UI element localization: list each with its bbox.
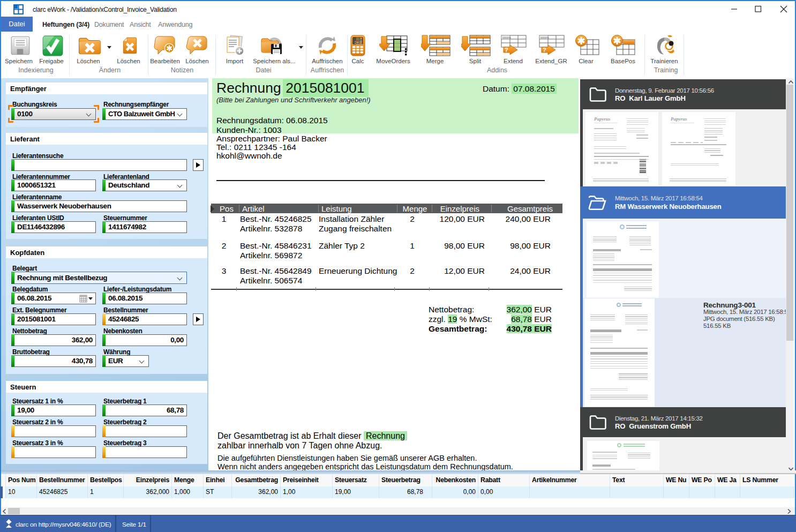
svg-text:...: ... [513,36,515,39]
svg-text:00004236: 00004236 [540,37,549,39]
svg-text:?: ? [543,47,546,53]
svg-text:...: ... [513,43,515,46]
svg-text:...: ... [521,43,523,46]
svg-text:...: ... [559,43,561,46]
svg-text:...: ... [551,36,553,39]
svg-text:00004236: 00004236 [502,37,511,39]
svg-text:...: ... [559,36,561,39]
svg-text:?: ? [505,47,508,53]
svg-text:=25,86: =25,86 [355,42,362,45]
svg-text:...: ... [551,43,553,46]
svg-text:...: ... [521,36,523,39]
